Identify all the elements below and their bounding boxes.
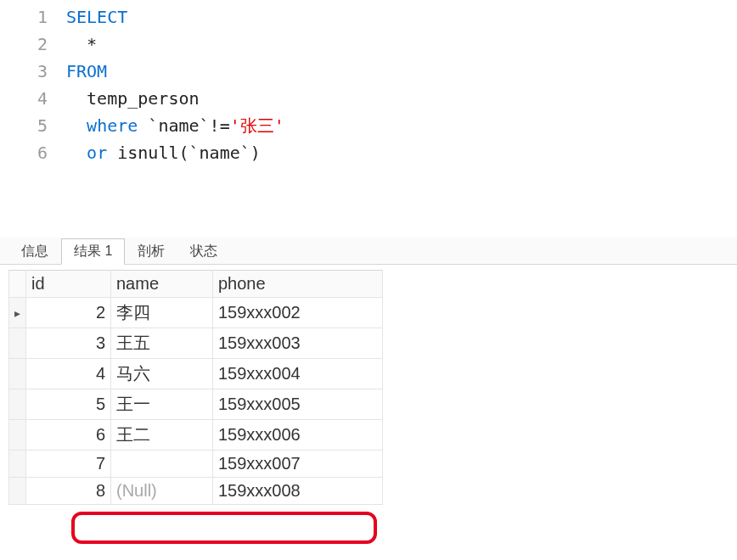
cell-phone[interactable]: 159xxx005 [213, 389, 383, 420]
code-line[interactable]: 2 * [0, 31, 737, 58]
code-line[interactable]: 3FROM [0, 58, 737, 85]
code-line[interactable]: 4 temp_person [0, 85, 737, 112]
column-header-id[interactable]: id [26, 271, 111, 298]
cell-name[interactable]: 马六 [111, 359, 213, 389]
table-row[interactable]: 3王五159xxx003 [9, 328, 383, 359]
code-content[interactable]: where `name`!='张三' [66, 112, 284, 139]
line-number: 6 [0, 139, 66, 166]
line-number: 5 [0, 112, 66, 139]
cell-name[interactable]: (Null) [111, 478, 213, 505]
line-number: 2 [0, 31, 66, 58]
table-row[interactable]: ▸2李四159xxx002 [9, 298, 383, 328]
line-number: 4 [0, 85, 66, 112]
code-line[interactable]: 5 where `name`!='张三' [0, 112, 737, 139]
highlight-annotation [71, 512, 377, 544]
code-line[interactable]: 6 or isnull(`name`) [0, 139, 737, 166]
row-marker-header [9, 271, 26, 298]
cell-phone[interactable]: 159xxx004 [213, 359, 383, 389]
row-marker [9, 389, 26, 420]
cell-phone[interactable]: 159xxx007 [213, 451, 383, 478]
result-table: idnamephone ▸2李四159xxx0023王五159xxx0034马六… [8, 270, 383, 505]
cell-id[interactable]: 5 [26, 389, 111, 420]
cell-name[interactable]: 王二 [111, 420, 213, 451]
tab-信息[interactable]: 信息 [8, 238, 61, 264]
code-content[interactable]: or isnull(`name`) [66, 139, 261, 166]
code-content[interactable]: FROM [66, 58, 107, 85]
code-line[interactable]: 1SELECT [0, 3, 737, 31]
cell-name[interactable]: 李四 [111, 298, 213, 328]
code-content[interactable]: SELECT [66, 3, 127, 31]
tab-状态[interactable]: 状态 [177, 238, 230, 264]
table-row[interactable]: 6王二159xxx006 [9, 420, 383, 451]
cell-id[interactable]: 6 [26, 420, 111, 451]
cell-id[interactable]: 4 [26, 359, 111, 389]
cell-phone[interactable]: 159xxx006 [213, 420, 383, 451]
cell-id[interactable]: 3 [26, 328, 111, 359]
tab-剖析[interactable]: 剖析 [125, 238, 177, 264]
tab-结果 1[interactable]: 结果 1 [61, 238, 125, 265]
table-row[interactable]: 4马六159xxx004 [9, 359, 383, 389]
row-marker: ▸ [9, 298, 26, 328]
cell-name[interactable] [111, 451, 213, 478]
cell-name[interactable]: 王五 [111, 328, 213, 359]
sql-editor[interactable]: 1SELECT2 *3FROM4 temp_person5 where `nam… [0, 0, 737, 238]
row-marker [9, 478, 26, 505]
code-content[interactable]: temp_person [66, 85, 200, 112]
column-header-name[interactable]: name [111, 271, 213, 298]
code-content[interactable]: * [66, 31, 97, 58]
table-row[interactable]: 8(Null)159xxx008 [9, 478, 383, 505]
cell-phone[interactable]: 159xxx003 [213, 328, 383, 359]
row-marker [9, 420, 26, 451]
line-number: 1 [0, 3, 66, 31]
line-number: 3 [0, 58, 66, 85]
cell-phone[interactable]: 159xxx008 [213, 478, 383, 505]
table-row[interactable]: 5王一159xxx005 [9, 389, 383, 420]
table-row[interactable]: 7159xxx007 [9, 451, 383, 478]
cell-name[interactable]: 王一 [111, 389, 213, 420]
cell-id[interactable]: 8 [26, 478, 111, 505]
row-marker [9, 359, 26, 389]
result-tab-strip: 信息结果 1剖析状态 [0, 238, 737, 265]
column-header-phone[interactable]: phone [213, 271, 383, 298]
cell-id[interactable]: 7 [26, 451, 111, 478]
row-marker [9, 451, 26, 478]
row-marker [9, 328, 26, 359]
cell-id[interactable]: 2 [26, 298, 111, 328]
cell-phone[interactable]: 159xxx002 [213, 298, 383, 328]
